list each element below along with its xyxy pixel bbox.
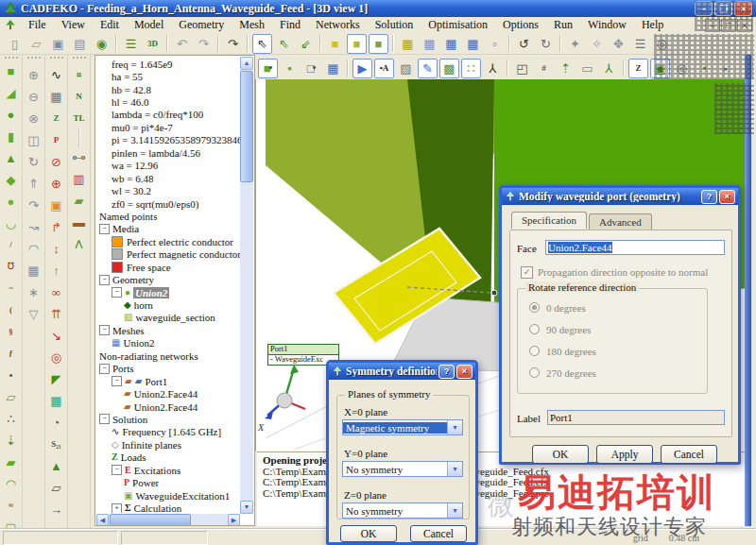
extrude-geometry-button[interactable]: ⇑	[24, 174, 43, 194]
create-helix-button[interactable]: §	[1, 322, 21, 342]
mesh-parameters-button[interactable]: ▦	[46, 87, 66, 107]
select-edge-button[interactable]: ⇙	[296, 34, 316, 54]
collapse-icon[interactable]: −	[99, 364, 110, 374]
close-icon[interactable]: ×	[719, 190, 735, 204]
infinite-plane-button[interactable]: ▱	[46, 478, 66, 498]
symmetry-combo-z[interactable]: No symmetry▼	[342, 502, 463, 519]
create-nurbs-button[interactable]: ≈	[1, 496, 21, 516]
create-cuboid-button[interactable]: ■	[1, 61, 21, 81]
tree-item-pinlen-lambda-4-56[interactable]: pinlen = lambda/4.56	[97, 146, 241, 159]
wire-port-button[interactable]: o–o	[69, 147, 89, 167]
far-field-request-button[interactable]: ◤	[46, 369, 66, 389]
create-analytic-curve-button[interactable]: ƒ	[1, 344, 21, 364]
loft-geometry-button[interactable]: ◠	[24, 239, 43, 259]
measure-button[interactable]: ✎	[418, 59, 438, 78]
receiving-antenna-button[interactable]: ▲	[46, 456, 66, 476]
create-uv-face-button[interactable]: ▰	[1, 452, 21, 472]
render-wireframe-button[interactable]: □▾	[301, 59, 321, 78]
menu-networks[interactable]: Networks	[308, 18, 368, 31]
mesh-view-solid-button[interactable]: ▦	[398, 34, 418, 54]
chevron-down-icon[interactable]: ▼	[447, 420, 462, 434]
symmetry-combo-y[interactable]: No symmetry▼	[342, 461, 463, 477]
tree-item-hb-42-8[interactable]: hb = 42.8	[97, 83, 241, 95]
menu-geometry[interactable]: Geometry	[171, 18, 232, 31]
create-paraboloid-button[interactable]: ◡	[1, 213, 21, 233]
tree-item-media[interactable]: −Media	[97, 223, 241, 235]
tree-item-meshes[interactable]: −Meshes	[97, 324, 241, 336]
add-voltage-source-button[interactable]: ⊘	[46, 152, 66, 172]
scroll-right-button[interactable]: ▶	[228, 514, 240, 526]
tree-item-zf0-sqrt-mu0-eps0[interactable]: zf0 = sqrt(mu0/eps0)	[97, 197, 241, 210]
tree-horizontal-scrollbar[interactable]: ◀ ▶	[96, 514, 240, 526]
tree-item-wa-12-96[interactable]: wa = 12.96	[97, 160, 241, 172]
apply-button[interactable]: Apply	[596, 445, 653, 464]
create-arc-button[interactable]: (	[1, 300, 21, 320]
tree-item-ha-55[interactable]: ha = 55	[97, 70, 241, 82]
scrollbar-thumb[interactable]	[110, 514, 191, 526]
view-direction-button[interactable]: ⅄	[599, 59, 619, 78]
tree-item-lambda-c0-freq-100[interactable]: lambda = c0/freq*100	[97, 109, 241, 121]
collapse-icon[interactable]: −	[99, 224, 110, 234]
mesh-view-edges-button[interactable]: ▦	[420, 34, 439, 54]
scrollbar-thumb[interactable]	[240, 71, 253, 182]
rotation-radio-270[interactable]	[529, 367, 540, 378]
tree-item-waveguide-section[interactable]: ▧waveguide_section	[97, 312, 241, 324]
view-solid-button[interactable]: ■	[325, 34, 345, 54]
collapse-icon[interactable]: −	[112, 465, 122, 475]
create-cone-button[interactable]: ▲	[1, 148, 21, 168]
tree-item-freq-1-645e9[interactable]: freq = 1.645e9	[97, 58, 241, 70]
export-request-button[interactable]: →	[46, 500, 66, 519]
tree-item-union2[interactable]: −●Union2	[97, 286, 241, 298]
project-geometry-button[interactable]: ⇣	[1, 431, 21, 451]
stitch-faces-button[interactable]: ▦	[24, 261, 43, 281]
create-sphere-button[interactable]: ●	[1, 105, 21, 125]
menu-file[interactable]: File	[21, 18, 54, 31]
s-parameter-request-button[interactable]: S₂₁	[46, 434, 66, 454]
view-requests-button[interactable]: ∞	[46, 282, 66, 302]
tree-item-perfect-electric-conductor[interactable]: Perfect electric conductor	[97, 235, 241, 247]
tree-item-power[interactable]: PPower	[97, 476, 241, 488]
grab-copy-button[interactable]: ✧	[587, 34, 607, 54]
ok-button[interactable]: OK	[532, 445, 589, 464]
new-file-button[interactable]: ▯	[5, 34, 25, 54]
menu-options[interactable]: Options	[495, 18, 546, 31]
print-button[interactable]: ▤	[70, 34, 90, 54]
explode-geometry-button[interactable]: ∗	[24, 282, 43, 302]
rotate-view-left-button[interactable]: ↺	[514, 34, 534, 54]
set-frequency-button[interactable]: ∿	[46, 65, 66, 85]
apply-to-selection-button[interactable]: ↘	[46, 326, 66, 346]
help-button[interactable]: ?	[438, 365, 455, 379]
entity-list-button[interactable]: ☰	[630, 34, 650, 54]
snapshot-button[interactable]: ◉	[92, 34, 112, 54]
collapse-icon[interactable]: −	[112, 376, 122, 386]
mesh-view-wire-button[interactable]: ▦	[441, 34, 461, 54]
repeat-action-button[interactable]: ↷	[223, 34, 243, 54]
report-button[interactable]: ☰	[121, 34, 141, 54]
sweep-geometry-button[interactable]: ↷	[24, 196, 43, 215]
collapse-icon[interactable]: −	[112, 287, 122, 298]
rotation-radio-90[interactable]	[529, 324, 540, 334]
chevron-down-icon[interactable]: ▼	[447, 462, 462, 476]
close-icon[interactable]: ×	[456, 365, 472, 379]
show-plot-button[interactable]: ▨	[396, 59, 416, 78]
create-fitted-spline-button[interactable]: ~	[1, 279, 21, 298]
symmetry-combo-x[interactable]: Magnetic symmetry▼	[342, 419, 463, 435]
rotation-radio-0[interactable]	[529, 302, 540, 313]
select-face-button[interactable]: ⇖	[274, 34, 294, 54]
dialog-title-bar[interactable]: Symmetry definition ? ×	[329, 363, 475, 380]
tree-item-loads[interactable]: ZLoads	[97, 451, 241, 464]
tree-item-non-radiating-networks[interactable]: Non-radiating networks	[97, 349, 241, 362]
menu-view[interactable]: View	[54, 18, 93, 31]
refinement-points-button[interactable]: ⇈	[46, 304, 66, 324]
axes-tripod-button[interactable]: ⅄	[483, 59, 503, 78]
tree-item-solution[interactable]: −Solution	[97, 413, 241, 425]
imprint-points-button[interactable]: ∴	[1, 409, 21, 429]
tree-item-calculation[interactable]: +ΣCalculation	[97, 502, 241, 513]
open-file-button[interactable]: ▱	[26, 34, 46, 54]
edge-port-button[interactable]: ▬	[69, 213, 89, 232]
tree-item-mu0-pi-4e-7[interactable]: mu0 = pi*4e-7	[97, 121, 241, 133]
propagation-checkbox[interactable]: ✓	[521, 266, 533, 279]
render-solid-button[interactable]: ■▾	[258, 59, 278, 78]
grid-points-button[interactable]: ∷	[461, 59, 481, 78]
render-mesh-button[interactable]: ▦	[323, 59, 343, 78]
